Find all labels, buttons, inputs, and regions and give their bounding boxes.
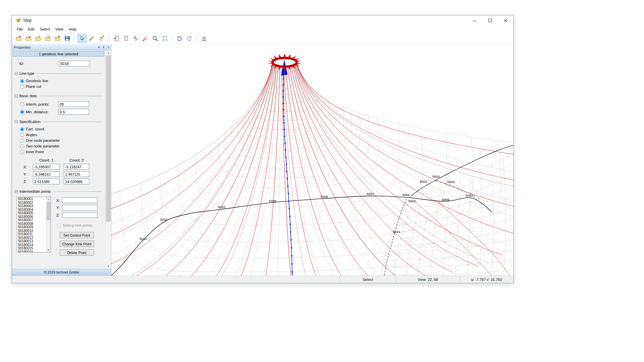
one-node-parameter-radio-input[interactable] xyxy=(20,139,24,143)
point-x-input[interactable] xyxy=(62,197,98,203)
interm-points-radio[interactable]: Interm. points: xyxy=(20,102,58,106)
intermediate-points-list[interactable]: 5018000150180002501800035018000450180005… xyxy=(17,197,51,252)
coord2-x-input[interactable] xyxy=(64,164,89,170)
mesh-label: 5007 xyxy=(367,192,374,196)
selected-geodesic-line xyxy=(283,67,292,276)
toolbar-zoom-button[interactable] xyxy=(151,34,160,43)
main-area: Properties ▾ × 1 geodesic line selected … xyxy=(12,44,513,276)
pan-hand-icon xyxy=(99,36,104,41)
cart-coord-radio-input[interactable] xyxy=(20,127,24,131)
list-item[interactable]: 50180011 xyxy=(17,233,46,236)
two-node-parameter-radio-input[interactable] xyxy=(20,144,24,148)
toolbar-page-button[interactable] xyxy=(121,34,130,43)
panel-close-icon[interactable]: × xyxy=(107,45,109,49)
list-item[interactable]: 50180003 xyxy=(17,204,46,208)
list-item[interactable]: 50180015 xyxy=(17,247,46,250)
selection-summary: 1 geodesic line selected xyxy=(13,51,104,57)
min-distance-radio[interactable]: Min. distance: xyxy=(20,110,58,114)
toolbar-save-button[interactable] xyxy=(63,34,72,43)
point-z-input[interactable] xyxy=(62,212,98,218)
interm-points-radio-input[interactable] xyxy=(20,102,24,106)
delete-point-button[interactable]: Delete Point xyxy=(60,249,94,256)
collapse-icon[interactable] xyxy=(15,95,18,98)
inner-point-radio[interactable]: Inner Point xyxy=(20,150,105,154)
toolbar-zoom-extents-button[interactable] xyxy=(160,34,169,43)
min-distance-input[interactable] xyxy=(58,109,89,115)
panel-scroll-thumb[interactable] xyxy=(106,55,111,222)
scroll-down-icon[interactable]: ▼ xyxy=(46,248,51,252)
z-label: Z: xyxy=(56,213,60,217)
two-node-parameter-radio[interactable]: Two node parameter xyxy=(20,144,105,148)
maximize-button[interactable] xyxy=(482,15,498,25)
toolbar-settings-gear-button[interactable] xyxy=(200,34,209,43)
properties-panel-header[interactable]: Properties ▾ × xyxy=(12,44,111,50)
toolbar-folder-close-button[interactable] xyxy=(53,34,62,43)
geodesic-line-radio-input[interactable] xyxy=(20,79,24,83)
radio-label: Cart. coord. xyxy=(26,127,45,131)
toolbar-pen-button[interactable] xyxy=(87,34,96,43)
panel-dropdown-icon[interactable]: ▾ xyxy=(98,45,100,49)
list-scroll-thumb[interactable] xyxy=(47,202,50,220)
geodesic-line-radio[interactable]: Geodesic line xyxy=(20,79,105,83)
menu-file[interactable]: File xyxy=(14,26,25,32)
menu-select[interactable]: Select xyxy=(37,26,53,32)
toolbar-folder-new-button[interactable] xyxy=(14,34,23,43)
toolbar-undo-button[interactable] xyxy=(175,34,184,43)
toolbar-select-cursor-button[interactable] xyxy=(77,34,87,43)
close-button[interactable]: ✕ xyxy=(498,15,513,25)
menu-view[interactable]: View xyxy=(53,26,66,32)
angles-radio[interactable]: Angles xyxy=(20,133,105,137)
scroll-up-icon[interactable]: ▲ xyxy=(46,197,51,201)
inner-point-radio-input[interactable] xyxy=(20,150,24,154)
toolbar-folder-import-button[interactable] xyxy=(34,34,43,43)
viewport-3d[interactable]: 5010500950085007500650225005500450115012… xyxy=(111,44,513,276)
list-item[interactable]: 50180005 xyxy=(17,212,46,215)
collapse-icon[interactable] xyxy=(15,120,18,123)
toolbar-move-nodes-button[interactable] xyxy=(131,34,140,43)
angles-radio-input[interactable] xyxy=(20,133,24,137)
toolbar-folder-recent-button[interactable] xyxy=(43,34,52,43)
menu-help[interactable]: Help xyxy=(66,26,79,32)
coord1-x-input[interactable] xyxy=(33,164,60,170)
change-kink-point-button[interactable]: Change Kink Point xyxy=(60,241,94,247)
point-y-input[interactable] xyxy=(62,205,98,210)
drawing-canvas[interactable]: 5010500950085007500650225005500450115012… xyxy=(111,44,513,276)
panel-pin-icon[interactable] xyxy=(102,46,105,49)
sliding-kink-points-checkbox[interactable]: Sliding kink points xyxy=(57,223,102,227)
plane-cut-radio-input[interactable] xyxy=(20,85,24,89)
collapse-icon[interactable] xyxy=(15,72,18,75)
radio-label: Geodesic line xyxy=(26,79,48,83)
coord2-y-input[interactable] xyxy=(64,171,89,177)
set-control-point-button[interactable]: Set Control Point xyxy=(60,232,94,238)
list-item[interactable]: 50180009 xyxy=(17,226,46,229)
list-item[interactable]: 50180016 xyxy=(17,250,46,252)
plane-cut-radio[interactable]: Plane cut xyxy=(20,84,105,89)
interm-points-input[interactable] xyxy=(58,101,89,107)
scroll-up-icon[interactable]: ▲ xyxy=(106,50,111,55)
title-bar[interactable]: Strip — ✕ xyxy=(12,15,513,25)
toolbar xyxy=(12,33,513,44)
coord1-z-input[interactable] xyxy=(33,179,60,184)
toolbar-pan-hand-button[interactable] xyxy=(97,34,106,43)
section-title: Intermediate points xyxy=(19,189,51,193)
list-item[interactable]: 50180001 xyxy=(17,197,46,201)
toolbar-folder-open-delta-button[interactable] xyxy=(24,34,33,43)
one-node-parameter-radio[interactable]: One node parameter xyxy=(20,138,105,143)
toolbar-redo-button[interactable] xyxy=(185,34,194,43)
id-input[interactable] xyxy=(59,61,90,66)
list-item[interactable]: 50180007 xyxy=(17,219,46,222)
list-item[interactable]: 50180013 xyxy=(17,240,46,243)
minimize-button[interactable]: — xyxy=(467,15,482,25)
coord1-y-input[interactable] xyxy=(33,171,60,177)
section-title: Basic data xyxy=(19,94,37,98)
list-scrollbar[interactable]: ▲ ▼ xyxy=(46,197,51,252)
toolbar-page-export-button[interactable] xyxy=(112,34,121,43)
cart-coord-radio[interactable]: Cart. coord. xyxy=(20,127,105,131)
collapse-icon[interactable] xyxy=(15,190,18,193)
coord2-z-input[interactable] xyxy=(64,179,89,184)
panel-scrollbar[interactable]: ▲ ▼ xyxy=(105,50,111,269)
scroll-down-icon[interactable]: ▼ xyxy=(106,264,111,269)
toolbar-rays-button[interactable] xyxy=(141,34,150,43)
menu-edit[interactable]: Edit xyxy=(25,26,37,32)
min-distance-radio-input[interactable] xyxy=(20,110,24,114)
